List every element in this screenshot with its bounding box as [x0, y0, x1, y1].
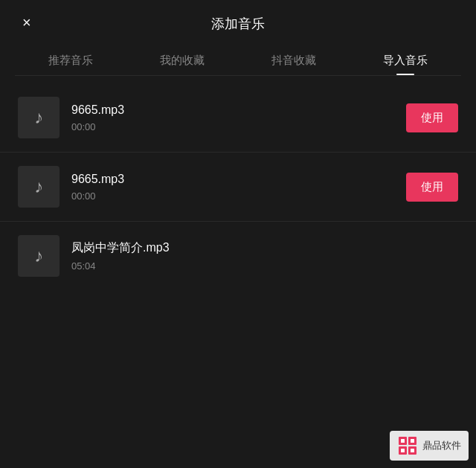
- watermark: 鼎品软件: [390, 431, 469, 461]
- header: × 添加音乐: [0, 0, 476, 45]
- music-info: 9665.mp3 00:00: [71, 103, 394, 132]
- tab-bar: 推荐音乐 我的收藏 抖音收藏 导入音乐: [0, 45, 476, 75]
- list-item: ♪ 凤岗中学简介.mp3 05:04: [0, 221, 476, 290]
- list-item: ♪ 9665.mp3 00:00 使用: [0, 83, 476, 152]
- music-info: 凤岗中学简介.mp3 05:04: [71, 240, 458, 272]
- page-title: 添加音乐: [211, 15, 265, 33]
- svg-rect-7: [411, 449, 414, 452]
- watermark-logo: [397, 435, 418, 456]
- music-thumbnail: ♪: [18, 97, 60, 138]
- music-duration: 00:00: [71, 121, 394, 132]
- tab-favorites[interactable]: 我的收藏: [160, 54, 205, 75]
- music-thumbnail: ♪: [18, 235, 60, 277]
- music-duration: 05:04: [71, 260, 458, 272]
- music-name: 凤岗中学简介.mp3: [71, 240, 458, 256]
- use-button[interactable]: 使用: [406, 103, 458, 132]
- close-button[interactable]: ×: [22, 15, 31, 30]
- tab-import[interactable]: 导入音乐: [383, 54, 428, 75]
- music-note-icon: ♪: [34, 107, 43, 128]
- watermark-brand: 鼎品软件: [422, 439, 461, 452]
- svg-rect-4: [401, 439, 405, 443]
- music-note-icon: ♪: [34, 246, 43, 266]
- svg-rect-5: [411, 439, 414, 443]
- music-duration: 00:00: [71, 190, 394, 202]
- tab-recommend[interactable]: 推荐音乐: [48, 54, 93, 75]
- music-note-icon: ♪: [34, 176, 43, 197]
- music-info: 9665.mp3 00:00: [71, 173, 394, 202]
- use-button[interactable]: 使用: [406, 173, 458, 202]
- list-item: ♪ 9665.mp3 00:00 使用: [0, 152, 476, 221]
- svg-rect-6: [401, 449, 405, 452]
- tab-douyin[interactable]: 抖音收藏: [271, 54, 316, 75]
- music-thumbnail: ♪: [18, 166, 60, 208]
- music-name: 9665.mp3: [71, 173, 394, 186]
- music-list: ♪ 9665.mp3 00:00 使用 ♪ 9665.mp3 00:00 使用 …: [0, 76, 476, 298]
- music-name: 9665.mp3: [71, 103, 394, 117]
